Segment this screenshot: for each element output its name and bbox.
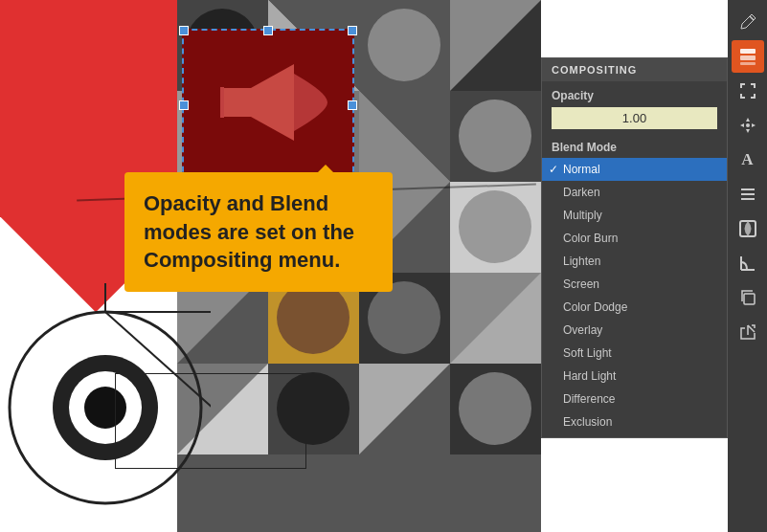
svg-marker-61 — [752, 123, 756, 127]
svg-point-6 — [368, 9, 440, 81]
blend-item-hard-light[interactable]: Hard Light — [542, 365, 727, 388]
blend-item-color-burn[interactable]: Color Burn — [542, 227, 727, 250]
svg-marker-60 — [740, 123, 744, 127]
blend-item-screen[interactable]: Screen — [542, 273, 727, 296]
handle-mr[interactable] — [348, 100, 357, 110]
svg-point-43 — [459, 372, 531, 445]
fit-icon[interactable] — [732, 75, 764, 107]
handle-tl[interactable] — [179, 26, 189, 35]
svg-rect-57 — [740, 62, 756, 65]
layers-icon[interactable] — [732, 40, 764, 73]
angle-icon[interactable] — [732, 247, 764, 279]
text-icon[interactable]: A — [732, 144, 764, 176]
handle-tm[interactable] — [263, 26, 273, 35]
pen-tool-icon[interactable] — [732, 6, 764, 38]
blend-item-color-dodge[interactable]: Color Dodge — [542, 296, 727, 319]
compositing-title: COMPOSITING — [542, 58, 727, 81]
opacity-input[interactable] — [552, 107, 717, 129]
blend-item-soft-light[interactable]: Soft Light — [542, 342, 727, 365]
svg-marker-58 — [746, 118, 750, 122]
handle-tr[interactable] — [348, 26, 357, 35]
export-icon[interactable] — [732, 316, 764, 348]
blend-item-normal[interactable]: Normal — [542, 158, 727, 181]
blend-mode-list: Normal Darken Multiply Color Burn Lighte… — [542, 154, 727, 437]
blend-item-exclusion[interactable]: Exclusion — [542, 410, 727, 433]
blend-item-multiply[interactable]: Multiply — [542, 204, 727, 227]
svg-point-18 — [459, 100, 531, 172]
right-toolbar: A — [728, 0, 767, 532]
svg-point-27 — [459, 190, 531, 263]
svg-rect-55 — [740, 49, 756, 54]
svg-marker-52 — [222, 64, 294, 141]
svg-marker-59 — [746, 129, 750, 133]
svg-point-62 — [746, 123, 750, 127]
mask-icon[interactable] — [732, 212, 764, 245]
blend-item-difference[interactable]: Difference — [542, 388, 727, 410]
handle-ml[interactable] — [179, 100, 189, 110]
svg-rect-53 — [220, 87, 224, 118]
opacity-section: Opacity — [542, 81, 727, 137]
opacity-label: Opacity — [552, 89, 717, 102]
move-icon[interactable] — [732, 109, 764, 142]
blend-mode-label: Blend Mode — [542, 137, 727, 154]
svg-point-33 — [368, 281, 440, 354]
svg-point-31 — [277, 281, 350, 354]
blend-item-darken[interactable]: Darken — [542, 181, 727, 204]
copy-icon[interactable] — [732, 281, 764, 314]
list-icon[interactable] — [732, 178, 764, 211]
compositing-panel: COMPOSITING Opacity Blend Mode Normal Da… — [541, 57, 728, 438]
svg-rect-69 — [744, 294, 755, 304]
rect-outline — [115, 373, 306, 469]
callout-text: Opacity and Blend modes are set on the C… — [144, 189, 373, 275]
blend-item-lighten[interactable]: Lighten — [542, 250, 727, 273]
callout-box: Opacity and Blend modes are set on the C… — [124, 172, 393, 292]
megaphone-icon — [203, 45, 337, 160]
blend-item-overlay[interactable]: Overlay — [542, 319, 727, 342]
svg-rect-56 — [740, 55, 756, 60]
svg-line-54 — [750, 16, 754, 20]
